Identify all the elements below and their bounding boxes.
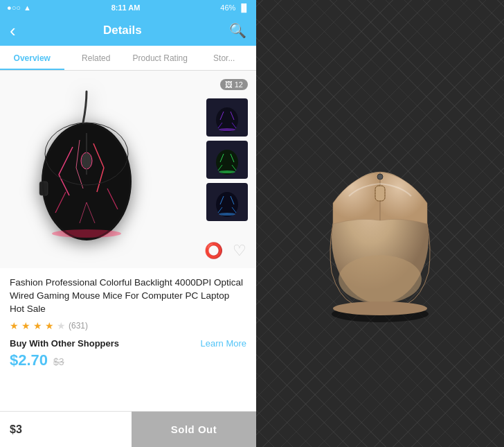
tab-related[interactable]: Related	[64, 46, 129, 70]
wishlist-icon[interactable]: ♡	[233, 242, 246, 260]
status-left: ●○○ ▲	[7, 3, 31, 12]
thumbnail-2[interactable]	[206, 141, 248, 179]
old-price: $3	[53, 356, 64, 367]
product-title: Fashion Professional Colorful Backlight …	[10, 277, 246, 316]
star-5: ★	[57, 320, 66, 331]
left-panel: ●○○ ▲ 8:11 AM 46% ▐▌ ‹ Details 🔍 Overvie…	[0, 0, 256, 447]
svg-point-42	[333, 301, 427, 315]
star-4: ★	[45, 320, 54, 331]
svg-point-22	[219, 128, 235, 131]
wifi-icon: ▲	[24, 3, 31, 12]
star-2: ★	[21, 320, 30, 331]
signal-icon: ●○○	[7, 3, 21, 12]
page-title: Details	[103, 24, 142, 37]
nav-bar: ‹ Details 🔍	[0, 15, 256, 46]
share-icon[interactable]: ⭕	[204, 242, 223, 260]
product-main-image	[17, 85, 156, 251]
shoppers-row: Buy With Other Shoppers Learn More	[10, 338, 246, 349]
star-1: ★	[10, 320, 19, 331]
action-icons: ⭕ ♡	[204, 242, 246, 260]
learn-more-link[interactable]: Learn More	[201, 338, 246, 349]
svg-point-34	[219, 213, 235, 216]
image-count: 12	[235, 80, 243, 89]
status-bar: ●○○ ▲ 8:11 AM 46% ▐▌	[0, 0, 256, 15]
tab-product-rating[interactable]: Product Rating	[128, 46, 192, 70]
svg-point-28	[219, 170, 235, 173]
sold-out-button[interactable]: Sold Out	[132, 412, 256, 448]
product-image-area: 🖼 12	[0, 71, 256, 268]
right-panel	[256, 0, 504, 447]
thumbnail-3[interactable]	[206, 183, 248, 221]
svg-point-40	[377, 174, 383, 179]
battery-icon: ▐▌	[238, 3, 249, 12]
shoppers-label: Buy With Other Shoppers	[10, 338, 119, 349]
bottom-price: $3	[10, 423, 22, 436]
svg-point-41	[339, 255, 422, 304]
image-count-badge: 🖼 12	[220, 79, 248, 90]
bottom-bar: $3 Sold Out	[0, 411, 256, 447]
tab-bar: Overview Related Product Rating Stor...	[0, 46, 256, 71]
status-time: 8:11 AM	[111, 3, 141, 12]
battery-percent: 46%	[220, 3, 235, 12]
status-right: 46% ▐▌	[220, 3, 249, 12]
star-3: ★	[33, 320, 42, 331]
product-info: Fashion Professional Colorful Backlight …	[0, 268, 256, 411]
main-price: $2.70	[10, 351, 48, 369]
thumbnail-column	[206, 98, 248, 221]
gold-mouse-image	[304, 120, 456, 328]
svg-rect-38	[375, 186, 385, 201]
svg-point-15	[52, 229, 121, 238]
price-row: $2.70 $3	[10, 351, 246, 369]
background-pattern	[256, 0, 504, 447]
tab-overview[interactable]: Overview	[0, 46, 64, 70]
thumbnail-1[interactable]	[206, 98, 248, 137]
review-count: (631)	[69, 321, 88, 331]
search-button[interactable]: 🔍	[229, 22, 246, 39]
stars-row: ★ ★ ★ ★ ★ (631)	[10, 320, 246, 331]
back-button[interactable]: ‹	[10, 20, 16, 42]
image-icon: 🖼	[225, 80, 233, 89]
tab-store[interactable]: Stor...	[192, 46, 257, 70]
